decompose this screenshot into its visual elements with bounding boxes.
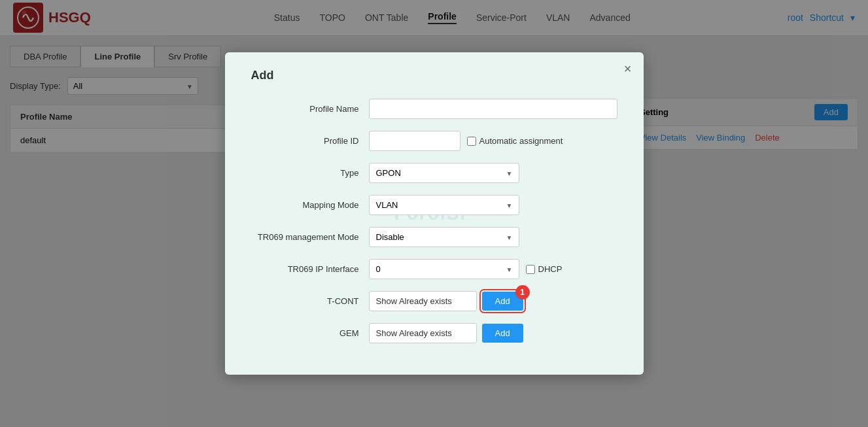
form-row-gem: GEM Show Already exists Add xyxy=(251,323,617,343)
modal-overlay: Add × ForoISP Profile Name Profile ID Au… xyxy=(0,0,868,427)
mapping-mode-select[interactable]: VLAN xyxy=(369,195,519,215)
gem-label: GEM xyxy=(251,328,369,338)
tr069-mgmt-label: TR069 management Mode xyxy=(251,232,369,242)
tr069-ip-select[interactable]: 0 xyxy=(369,259,519,279)
profile-id-input[interactable] xyxy=(369,131,460,151)
form-row-tr069-mgmt: TR069 management Mode Disable xyxy=(251,227,617,247)
form-row-mapping-mode: Mapping Mode VLAN xyxy=(251,195,617,215)
tr069-ip-select-wrapper: 0 xyxy=(369,259,519,279)
profile-name-label: Profile Name xyxy=(251,104,369,114)
mapping-mode-select-wrapper: VLAN xyxy=(369,195,519,215)
modal-title: Add xyxy=(251,69,617,82)
tr069-ip-label: TR069 IP Interface xyxy=(251,264,369,274)
tr069-mgmt-select[interactable]: Disable xyxy=(369,227,519,247)
form-row-tcont: T-CONT Show Already exists Add 1 xyxy=(251,291,617,311)
profile-name-input[interactable] xyxy=(369,99,617,119)
tcont-badge: 1 xyxy=(515,285,530,299)
tcont-label: T-CONT xyxy=(251,296,369,306)
tcont-add-wrapper: Add 1 xyxy=(477,292,523,311)
form-row-profile-name: Profile Name xyxy=(251,99,617,119)
dhcp-extra: DHCP xyxy=(526,264,563,274)
tcont-show-exists-button[interactable]: Show Already exists xyxy=(369,291,477,311)
modal-dialog: Add × ForoISP Profile Name Profile ID Au… xyxy=(225,52,644,375)
gem-add-button[interactable]: Add xyxy=(482,324,523,343)
dhcp-label: DHCP xyxy=(526,264,563,274)
gem-show-exists-button[interactable]: Show Already exists xyxy=(369,323,477,343)
dhcp-text: DHCP xyxy=(538,264,563,274)
dhcp-checkbox[interactable] xyxy=(526,265,535,274)
form-extra-auto: Automatic assignment xyxy=(467,136,563,146)
profile-id-label: Profile ID xyxy=(251,136,369,146)
modal-close-button[interactable]: × xyxy=(624,62,632,75)
tr069-mgmt-select-wrapper: Disable xyxy=(369,227,519,247)
automatic-assignment-checkbox[interactable] xyxy=(467,137,476,146)
mapping-mode-label: Mapping Mode xyxy=(251,200,369,210)
type-select-wrapper: GPON xyxy=(369,163,519,183)
form-row-profile-id: Profile ID Automatic assignment xyxy=(251,131,617,151)
main-content: DBA Profile Line Profile Srv Profile Dis… xyxy=(0,36,868,427)
form-row-type: Type GPON xyxy=(251,163,617,183)
type-select[interactable]: GPON xyxy=(369,163,519,183)
automatic-assignment-text: Automatic assignment xyxy=(479,136,563,146)
form-row-tr069-ip: TR069 IP Interface 0 DHCP xyxy=(251,259,617,279)
automatic-assignment-label: Automatic assignment xyxy=(467,136,563,146)
type-label: Type xyxy=(251,168,369,178)
